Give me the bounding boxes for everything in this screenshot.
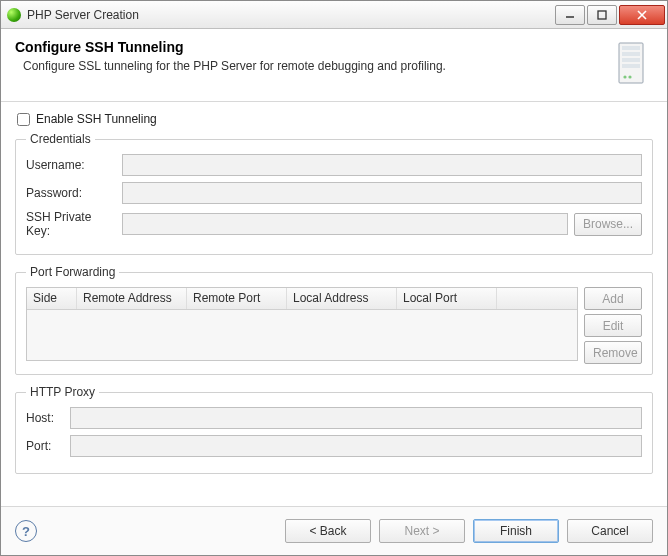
svg-rect-8 xyxy=(622,64,640,68)
svg-rect-1 xyxy=(598,11,606,19)
enable-ssh-row: Enable SSH Tunneling xyxy=(15,112,653,126)
app-icon xyxy=(7,8,21,22)
remove-button[interactable]: Remove xyxy=(584,341,642,364)
finish-button[interactable]: Finish xyxy=(473,519,559,543)
titlebar: PHP Server Creation xyxy=(1,1,667,29)
credentials-legend: Credentials xyxy=(26,132,95,146)
banner-description: Configure SSL tunneling for the PHP Serv… xyxy=(15,59,613,73)
http-proxy-fieldset: HTTP Proxy Host: Port: xyxy=(15,385,653,474)
sshkey-label: SSH Private Key: xyxy=(26,210,116,238)
banner: Configure SSH Tunneling Configure SSL tu… xyxy=(1,29,667,102)
http-proxy-legend: HTTP Proxy xyxy=(26,385,99,399)
window-controls xyxy=(555,5,665,25)
port-forwarding-table[interactable]: Side Remote Address Remote Port Local Ad… xyxy=(26,287,578,361)
svg-point-9 xyxy=(623,75,626,78)
credentials-fieldset: Credentials Username: Password: SSH Priv… xyxy=(15,132,653,255)
svg-rect-5 xyxy=(622,46,640,50)
svg-point-10 xyxy=(628,75,631,78)
content-area: Enable SSH Tunneling Credentials Usernam… xyxy=(1,102,667,506)
close-button[interactable] xyxy=(619,5,665,25)
username-field[interactable] xyxy=(122,154,642,176)
svg-rect-6 xyxy=(622,52,640,56)
proxy-port-label: Port: xyxy=(26,439,64,453)
minimize-button[interactable] xyxy=(555,5,585,25)
password-label: Password: xyxy=(26,186,116,200)
password-field[interactable] xyxy=(122,182,642,204)
svg-rect-7 xyxy=(622,58,640,62)
banner-heading: Configure SSH Tunneling xyxy=(15,39,613,55)
port-forwarding-buttons: Add Edit Remove xyxy=(584,287,642,364)
col-remote-address[interactable]: Remote Address xyxy=(77,288,187,309)
server-icon xyxy=(613,39,653,87)
username-label: Username: xyxy=(26,158,116,172)
footer: ? < Back Next > Finish Cancel xyxy=(1,507,667,555)
help-icon[interactable]: ? xyxy=(15,520,37,542)
add-button[interactable]: Add xyxy=(584,287,642,310)
back-button[interactable]: < Back xyxy=(285,519,371,543)
proxy-port-field[interactable] xyxy=(70,435,642,457)
enable-ssh-label: Enable SSH Tunneling xyxy=(36,112,157,126)
proxy-host-field[interactable] xyxy=(70,407,642,429)
edit-button[interactable]: Edit xyxy=(584,314,642,337)
col-side[interactable]: Side xyxy=(27,288,77,309)
sshkey-field[interactable] xyxy=(122,213,568,235)
col-local-address[interactable]: Local Address xyxy=(287,288,397,309)
proxy-host-label: Host: xyxy=(26,411,64,425)
cancel-button[interactable]: Cancel xyxy=(567,519,653,543)
browse-button[interactable]: Browse... xyxy=(574,213,642,236)
enable-ssh-checkbox[interactable] xyxy=(17,113,30,126)
port-forwarding-legend: Port Forwarding xyxy=(26,265,119,279)
next-button[interactable]: Next > xyxy=(379,519,465,543)
col-remote-port[interactable]: Remote Port xyxy=(187,288,287,309)
maximize-button[interactable] xyxy=(587,5,617,25)
table-body xyxy=(27,310,577,360)
col-local-port[interactable]: Local Port xyxy=(397,288,497,309)
col-spacer xyxy=(497,288,577,309)
window-title: PHP Server Creation xyxy=(27,8,555,22)
table-header: Side Remote Address Remote Port Local Ad… xyxy=(27,288,577,310)
port-forwarding-fieldset: Port Forwarding Side Remote Address Remo… xyxy=(15,265,653,375)
dialog-window: PHP Server Creation Configure SSH Tunnel… xyxy=(0,0,668,556)
